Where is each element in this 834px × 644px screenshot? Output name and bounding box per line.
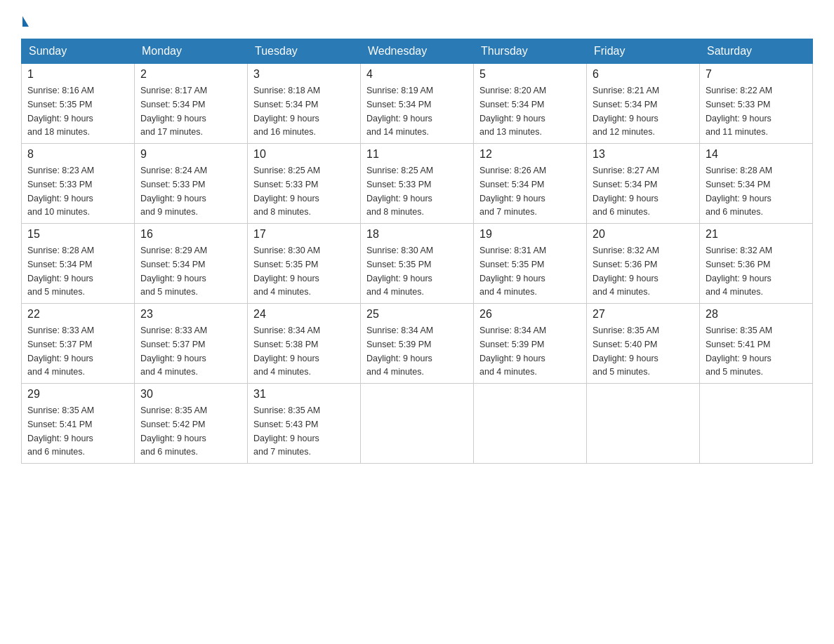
calendar-header-friday: Friday [587,39,700,64]
day-number: 15 [27,228,128,241]
day-info: Sunrise: 8:21 AMSunset: 5:34 PMDaylight:… [593,86,659,137]
calendar-cell: 5 Sunrise: 8:20 AMSunset: 5:34 PMDayligh… [474,64,587,144]
calendar-cell: 28 Sunrise: 8:35 AMSunset: 5:41 PMDaylig… [700,304,813,384]
calendar-cell: 7 Sunrise: 8:22 AMSunset: 5:33 PMDayligh… [700,64,813,144]
calendar-cell: 26 Sunrise: 8:34 AMSunset: 5:39 PMDaylig… [474,304,587,384]
day-number: 22 [27,308,128,321]
calendar-cell: 15 Sunrise: 8:28 AMSunset: 5:34 PMDaylig… [22,224,135,304]
calendar-header-sunday: Sunday [22,39,135,64]
day-info: Sunrise: 8:25 AMSunset: 5:33 PMDaylight:… [253,166,320,217]
day-info: Sunrise: 8:26 AMSunset: 5:34 PMDaylight:… [479,166,546,217]
calendar-cell: 16 Sunrise: 8:29 AMSunset: 5:34 PMDaylig… [135,224,248,304]
calendar-cell: 11 Sunrise: 8:25 AMSunset: 5:33 PMDaylig… [361,144,474,224]
day-number: 25 [366,308,468,321]
day-info: Sunrise: 8:35 AMSunset: 5:41 PMDaylight:… [27,405,94,457]
day-number: 26 [479,308,581,321]
day-info: Sunrise: 8:18 AMSunset: 5:34 PMDaylight:… [253,86,320,137]
logo-triangle-icon [22,16,29,27]
day-number: 17 [253,228,355,241]
day-info: Sunrise: 8:34 AMSunset: 5:39 PMDaylight:… [479,326,546,377]
calendar-cell: 8 Sunrise: 8:23 AMSunset: 5:33 PMDayligh… [22,144,135,224]
page-header [21,14,813,25]
calendar-header-row: SundayMondayTuesdayWednesdayThursdayFrid… [22,39,813,64]
calendar-cell: 14 Sunrise: 8:28 AMSunset: 5:34 PMDaylig… [700,144,813,224]
calendar-cell: 31 Sunrise: 8:35 AMSunset: 5:43 PMDaylig… [248,384,361,464]
day-number: 23 [140,308,241,321]
day-number: 31 [253,388,355,401]
day-info: Sunrise: 8:32 AMSunset: 5:36 PMDaylight:… [706,246,772,297]
day-info: Sunrise: 8:35 AMSunset: 5:40 PMDaylight:… [593,326,659,377]
calendar-cell: 17 Sunrise: 8:30 AMSunset: 5:35 PMDaylig… [248,224,361,304]
day-number: 21 [706,228,807,241]
day-number: 29 [27,388,128,401]
day-number: 18 [366,228,468,241]
day-number: 13 [593,148,694,161]
day-info: Sunrise: 8:19 AMSunset: 5:34 PMDaylight:… [366,86,433,137]
day-info: Sunrise: 8:30 AMSunset: 5:35 PMDaylight:… [366,246,433,297]
day-info: Sunrise: 8:31 AMSunset: 5:35 PMDaylight:… [479,246,546,297]
day-number: 16 [140,228,241,241]
day-info: Sunrise: 8:24 AMSunset: 5:33 PMDaylight:… [140,166,207,217]
day-info: Sunrise: 8:30 AMSunset: 5:35 PMDaylight:… [253,246,320,297]
day-info: Sunrise: 8:35 AMSunset: 5:42 PMDaylight:… [140,405,207,457]
day-info: Sunrise: 8:22 AMSunset: 5:33 PMDaylight:… [706,86,772,137]
calendar-week-row: 22 Sunrise: 8:33 AMSunset: 5:37 PMDaylig… [22,304,813,384]
calendar-cell: 25 Sunrise: 8:34 AMSunset: 5:39 PMDaylig… [361,304,474,384]
day-info: Sunrise: 8:20 AMSunset: 5:34 PMDaylight:… [479,86,546,137]
day-number: 19 [479,228,581,241]
day-info: Sunrise: 8:17 AMSunset: 5:34 PMDaylight:… [140,86,207,137]
day-number: 7 [706,68,807,81]
day-info: Sunrise: 8:28 AMSunset: 5:34 PMDaylight:… [27,246,94,297]
calendar-cell [587,384,700,464]
calendar-cell: 21 Sunrise: 8:32 AMSunset: 5:36 PMDaylig… [700,224,813,304]
day-number: 27 [593,308,694,321]
day-number: 28 [706,308,807,321]
day-info: Sunrise: 8:33 AMSunset: 5:37 PMDaylight:… [27,326,94,377]
day-info: Sunrise: 8:34 AMSunset: 5:38 PMDaylight:… [253,326,320,377]
day-number: 9 [140,148,241,161]
calendar-cell: 3 Sunrise: 8:18 AMSunset: 5:34 PMDayligh… [248,64,361,144]
calendar-cell [700,384,813,464]
calendar-cell: 9 Sunrise: 8:24 AMSunset: 5:33 PMDayligh… [135,144,248,224]
calendar-cell: 6 Sunrise: 8:21 AMSunset: 5:34 PMDayligh… [587,64,700,144]
calendar-cell: 10 Sunrise: 8:25 AMSunset: 5:33 PMDaylig… [248,144,361,224]
calendar-cell: 22 Sunrise: 8:33 AMSunset: 5:37 PMDaylig… [22,304,135,384]
calendar-cell: 29 Sunrise: 8:35 AMSunset: 5:41 PMDaylig… [22,384,135,464]
day-number: 20 [593,228,694,241]
calendar-header-thursday: Thursday [474,39,587,64]
calendar-cell: 23 Sunrise: 8:33 AMSunset: 5:37 PMDaylig… [135,304,248,384]
calendar-cell: 27 Sunrise: 8:35 AMSunset: 5:40 PMDaylig… [587,304,700,384]
calendar-cell [474,384,587,464]
day-info: Sunrise: 8:33 AMSunset: 5:37 PMDaylight:… [140,326,207,377]
day-info: Sunrise: 8:34 AMSunset: 5:39 PMDaylight:… [366,326,433,377]
calendar-table: SundayMondayTuesdayWednesdayThursdayFrid… [21,39,813,464]
day-info: Sunrise: 8:25 AMSunset: 5:33 PMDaylight:… [366,166,433,217]
calendar-header-monday: Monday [135,39,248,64]
calendar-cell: 2 Sunrise: 8:17 AMSunset: 5:34 PMDayligh… [135,64,248,144]
day-number: 6 [593,68,694,81]
calendar-header-saturday: Saturday [700,39,813,64]
day-number: 14 [706,148,807,161]
calendar-week-row: 8 Sunrise: 8:23 AMSunset: 5:33 PMDayligh… [22,144,813,224]
day-number: 3 [253,68,355,81]
calendar-cell: 30 Sunrise: 8:35 AMSunset: 5:42 PMDaylig… [135,384,248,464]
day-info: Sunrise: 8:32 AMSunset: 5:36 PMDaylight:… [593,246,659,297]
calendar-week-row: 15 Sunrise: 8:28 AMSunset: 5:34 PMDaylig… [22,224,813,304]
day-info: Sunrise: 8:35 AMSunset: 5:41 PMDaylight:… [706,326,772,377]
calendar-cell: 20 Sunrise: 8:32 AMSunset: 5:36 PMDaylig… [587,224,700,304]
day-info: Sunrise: 8:23 AMSunset: 5:33 PMDaylight:… [27,166,94,217]
calendar-cell: 13 Sunrise: 8:27 AMSunset: 5:34 PMDaylig… [587,144,700,224]
day-info: Sunrise: 8:28 AMSunset: 5:34 PMDaylight:… [706,166,772,217]
calendar-week-row: 1 Sunrise: 8:16 AMSunset: 5:35 PMDayligh… [22,64,813,144]
day-number: 30 [140,388,241,401]
calendar-cell: 18 Sunrise: 8:30 AMSunset: 5:35 PMDaylig… [361,224,474,304]
day-info: Sunrise: 8:29 AMSunset: 5:34 PMDaylight:… [140,246,207,297]
day-info: Sunrise: 8:16 AMSunset: 5:35 PMDaylight:… [27,86,94,137]
logo [21,14,29,25]
day-info: Sunrise: 8:35 AMSunset: 5:43 PMDaylight:… [253,405,320,457]
calendar-cell [361,384,474,464]
day-number: 10 [253,148,355,161]
day-number: 5 [479,68,581,81]
day-number: 8 [27,148,128,161]
day-number: 12 [479,148,581,161]
